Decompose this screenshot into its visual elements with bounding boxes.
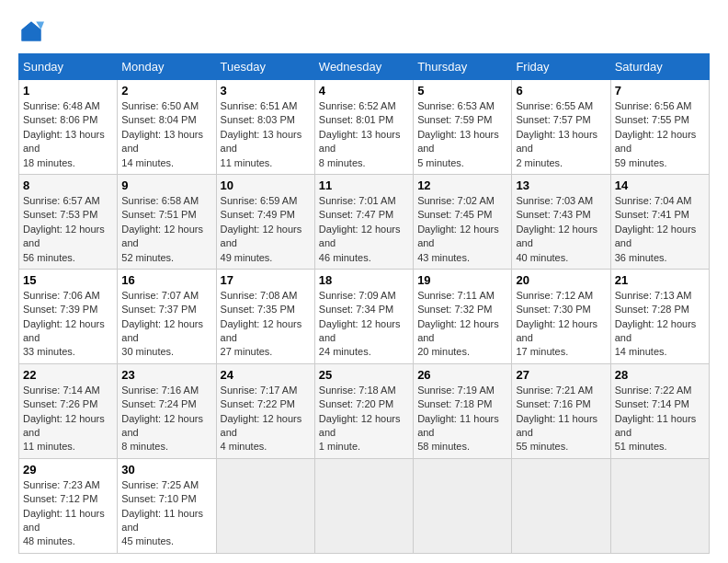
day-number: 20	[516, 273, 606, 287]
day-number: 14	[615, 178, 705, 192]
day-number: 27	[516, 368, 606, 382]
calendar-week-row: 1Sunrise: 6:48 AMSunset: 8:06 PMDaylight…	[19, 80, 710, 175]
day-info: Sunrise: 6:58 AMSunset: 7:51 PMDaylight:…	[121, 194, 211, 265]
day-number: 11	[319, 178, 409, 192]
day-info: Sunrise: 7:19 AMSunset: 7:18 PMDaylight:…	[417, 384, 507, 454]
logo	[18, 18, 48, 44]
day-info: Sunrise: 7:02 AMSunset: 7:45 PMDaylight:…	[417, 194, 507, 265]
calendar-cell: 18Sunrise: 7:09 AMSunset: 7:34 PMDayligh…	[314, 269, 413, 363]
day-info: Sunrise: 6:57 AMSunset: 7:53 PMDaylight:…	[23, 194, 113, 265]
day-info: Sunrise: 7:08 AMSunset: 7:35 PMDaylight:…	[221, 289, 311, 360]
day-info: Sunrise: 7:18 AMSunset: 7:20 PMDaylight:…	[319, 384, 409, 454]
day-number: 23	[121, 368, 211, 382]
calendar-cell: 13Sunrise: 7:03 AMSunset: 7:43 PMDayligh…	[512, 174, 610, 269]
calendar-cell: 21Sunrise: 7:13 AMSunset: 7:28 PMDayligh…	[610, 269, 709, 363]
day-number: 9	[121, 178, 211, 192]
calendar-cell: 10Sunrise: 6:59 AMSunset: 7:49 PMDayligh…	[216, 174, 314, 269]
calendar-cell: 9Sunrise: 6:58 AMSunset: 7:51 PMDaylight…	[118, 174, 216, 269]
calendar-cell: 24Sunrise: 7:17 AMSunset: 7:22 PMDayligh…	[216, 363, 314, 458]
weekday-header: Monday	[118, 54, 216, 80]
day-info: Sunrise: 7:11 AMSunset: 7:32 PMDaylight:…	[417, 289, 507, 360]
calendar-cell: 15Sunrise: 7:06 AMSunset: 7:39 PMDayligh…	[19, 269, 118, 363]
day-info: Sunrise: 6:52 AMSunset: 8:01 PMDaylight:…	[319, 99, 409, 170]
day-number: 26	[417, 368, 507, 382]
day-number: 18	[319, 273, 409, 287]
weekday-header-row: SundayMondayTuesdayWednesdayThursdayFrid…	[19, 54, 710, 80]
day-number: 8	[23, 178, 113, 192]
calendar-cell: 23Sunrise: 7:16 AMSunset: 7:24 PMDayligh…	[118, 363, 216, 458]
day-info: Sunrise: 7:07 AMSunset: 7:37 PMDaylight:…	[121, 289, 211, 360]
page-header	[18, 18, 710, 44]
calendar-cell: 19Sunrise: 7:11 AMSunset: 7:32 PMDayligh…	[414, 269, 512, 363]
calendar-cell: 16Sunrise: 7:07 AMSunset: 7:37 PMDayligh…	[118, 269, 216, 363]
day-info: Sunrise: 7:22 AMSunset: 7:14 PMDaylight:…	[615, 384, 705, 454]
calendar-cell	[512, 458, 610, 553]
day-info: Sunrise: 6:55 AMSunset: 7:57 PMDaylight:…	[516, 99, 606, 170]
day-number: 17	[221, 273, 311, 287]
day-number: 3	[221, 84, 311, 98]
day-number: 4	[319, 84, 409, 98]
day-number: 19	[417, 273, 507, 287]
weekday-header: Sunday	[19, 54, 118, 80]
calendar-week-row: 22Sunrise: 7:14 AMSunset: 7:26 PMDayligh…	[19, 363, 710, 458]
calendar-cell: 5Sunrise: 6:53 AMSunset: 7:59 PMDaylight…	[414, 80, 512, 175]
day-info: Sunrise: 7:06 AMSunset: 7:39 PMDaylight:…	[23, 289, 113, 360]
calendar-cell	[314, 458, 413, 553]
weekday-header: Friday	[512, 54, 610, 80]
day-number: 10	[221, 178, 311, 192]
calendar-cell: 1Sunrise: 6:48 AMSunset: 8:06 PMDaylight…	[19, 80, 118, 175]
day-info: Sunrise: 6:59 AMSunset: 7:49 PMDaylight:…	[221, 194, 311, 265]
day-number: 22	[23, 368, 113, 382]
weekday-header: Thursday	[414, 54, 512, 80]
svg-rect-2	[22, 29, 41, 40]
calendar-cell: 17Sunrise: 7:08 AMSunset: 7:35 PMDayligh…	[216, 269, 314, 363]
calendar-cell: 7Sunrise: 6:56 AMSunset: 7:55 PMDaylight…	[610, 80, 709, 175]
day-info: Sunrise: 7:16 AMSunset: 7:24 PMDaylight:…	[121, 384, 211, 454]
day-number: 7	[615, 84, 705, 98]
day-number: 15	[23, 273, 113, 287]
day-number: 6	[516, 84, 606, 98]
day-info: Sunrise: 7:01 AMSunset: 7:47 PMDaylight:…	[319, 194, 409, 265]
day-info: Sunrise: 7:09 AMSunset: 7:34 PMDaylight:…	[319, 289, 409, 360]
day-info: Sunrise: 7:21 AMSunset: 7:16 PMDaylight:…	[516, 384, 606, 454]
calendar-cell: 22Sunrise: 7:14 AMSunset: 7:26 PMDayligh…	[19, 363, 118, 458]
day-info: Sunrise: 7:04 AMSunset: 7:41 PMDaylight:…	[615, 194, 705, 265]
calendar-cell: 28Sunrise: 7:22 AMSunset: 7:14 PMDayligh…	[610, 363, 709, 458]
day-number: 30	[121, 463, 211, 477]
calendar-cell: 2Sunrise: 6:50 AMSunset: 8:04 PMDaylight…	[118, 80, 216, 175]
weekday-header: Tuesday	[216, 54, 314, 80]
day-number: 2	[121, 84, 211, 98]
day-number: 25	[319, 368, 409, 382]
day-info: Sunrise: 7:12 AMSunset: 7:30 PMDaylight:…	[516, 289, 606, 360]
day-info: Sunrise: 7:03 AMSunset: 7:43 PMDaylight:…	[516, 194, 606, 265]
day-info: Sunrise: 7:23 AMSunset: 7:12 PMDaylight:…	[23, 478, 113, 549]
day-number: 5	[417, 84, 507, 98]
calendar-week-row: 15Sunrise: 7:06 AMSunset: 7:39 PMDayligh…	[19, 269, 710, 363]
calendar-cell: 8Sunrise: 6:57 AMSunset: 7:53 PMDaylight…	[19, 174, 118, 269]
calendar-cell: 11Sunrise: 7:01 AMSunset: 7:47 PMDayligh…	[314, 174, 413, 269]
day-info: Sunrise: 6:51 AMSunset: 8:03 PMDaylight:…	[221, 99, 311, 170]
day-info: Sunrise: 7:14 AMSunset: 7:26 PMDaylight:…	[23, 384, 113, 454]
day-info: Sunrise: 6:48 AMSunset: 8:06 PMDaylight:…	[23, 99, 113, 170]
calendar-cell: 26Sunrise: 7:19 AMSunset: 7:18 PMDayligh…	[414, 363, 512, 458]
calendar-cell	[610, 458, 709, 553]
weekday-header: Saturday	[610, 54, 709, 80]
day-info: Sunrise: 6:53 AMSunset: 7:59 PMDaylight:…	[417, 99, 507, 170]
day-number: 28	[615, 368, 705, 382]
calendar-cell: 29Sunrise: 7:23 AMSunset: 7:12 PMDayligh…	[19, 458, 118, 553]
calendar-cell	[414, 458, 512, 553]
day-number: 16	[121, 273, 211, 287]
day-info: Sunrise: 7:13 AMSunset: 7:28 PMDaylight:…	[615, 289, 705, 360]
calendar-cell: 30Sunrise: 7:25 AMSunset: 7:10 PMDayligh…	[118, 458, 216, 553]
calendar-table: SundayMondayTuesdayWednesdayThursdayFrid…	[18, 53, 710, 554]
calendar-cell	[216, 458, 314, 553]
day-info: Sunrise: 7:25 AMSunset: 7:10 PMDaylight:…	[121, 478, 211, 549]
logo-icon	[18, 18, 44, 44]
calendar-cell: 14Sunrise: 7:04 AMSunset: 7:41 PMDayligh…	[610, 174, 709, 269]
weekday-header: Wednesday	[314, 54, 413, 80]
calendar-cell: 27Sunrise: 7:21 AMSunset: 7:16 PMDayligh…	[512, 363, 610, 458]
calendar-cell: 20Sunrise: 7:12 AMSunset: 7:30 PMDayligh…	[512, 269, 610, 363]
day-info: Sunrise: 7:17 AMSunset: 7:22 PMDaylight:…	[221, 384, 311, 454]
calendar-cell: 6Sunrise: 6:55 AMSunset: 7:57 PMDaylight…	[512, 80, 610, 175]
day-info: Sunrise: 6:50 AMSunset: 8:04 PMDaylight:…	[121, 99, 211, 170]
